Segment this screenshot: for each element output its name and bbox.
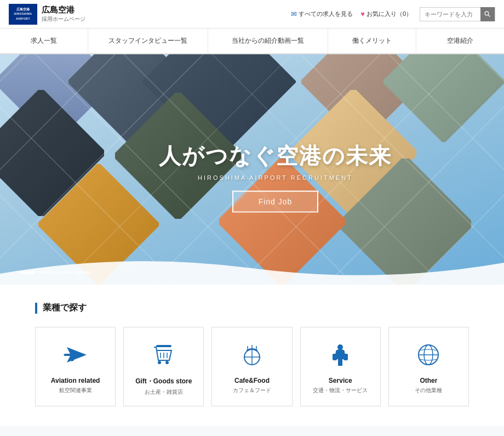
dot-3[interactable] <box>57 271 72 274</box>
nav-item-interview[interactable]: スタッフインタビュー一覧 <box>88 29 208 53</box>
svg-point-0 <box>485 12 489 15</box>
hero-subtitle: HIROSHIMA AIRPORT RECRUITMENT <box>159 174 392 181</box>
nav-item-airport[interactable]: 空港紹介 <box>416 29 504 53</box>
heart-icon: ♥ <box>360 10 365 18</box>
industry-card-gift[interactable]: Gift・Goods store お土産・雑貨店 <box>123 327 204 406</box>
logo-icon: 広島空港HIROSHIMA AIRPORT <box>9 4 37 25</box>
industry-section: 業種で探す Aviation related 航空関連事業 <box>0 285 504 426</box>
cafe-icon <box>238 341 266 369</box>
service-person-icon <box>327 342 353 368</box>
svg-point-4 <box>158 361 161 364</box>
svg-line-1 <box>488 15 490 16</box>
svg-rect-2 <box>156 345 171 347</box>
header-right: ✉ すべての求人を見る ♥ お気に入り（0） <box>291 7 495 21</box>
cafe-name-jp: カフェ＆フード <box>219 387 285 394</box>
search-button[interactable] <box>480 7 495 21</box>
nav-item-jobs[interactable]: 求人一覧 <box>0 29 88 53</box>
industry-cards-grid: Aviation related 航空関連事業 Gift・Goods store… <box>35 327 469 406</box>
industry-section-title-wrap: 業種で探す <box>35 302 469 314</box>
industry-card-other[interactable]: Other その他業種 <box>388 327 469 406</box>
svg-rect-17 <box>343 354 348 360</box>
industry-card-aviation[interactable]: Aviation related 航空関連事業 <box>35 327 116 406</box>
email-icon: ✉ <box>291 10 297 18</box>
industry-card-cafe[interactable]: Cafe&Food カフェ＆フード <box>211 327 292 406</box>
hero-text-block: 人がつなぐ空港の未来 HIROSHIMA AIRPORT RECRUITMENT… <box>159 141 392 213</box>
other-icon <box>414 341 443 369</box>
logo-title: 広島空港 <box>42 5 85 15</box>
hero-wave <box>0 252 504 285</box>
favorites-link[interactable]: ♥ お気に入り（0） <box>360 10 412 18</box>
gift-name-jp: お土産・雑貨店 <box>130 388 197 396</box>
industry-card-service[interactable]: Service 交通・物流・サービス <box>300 327 381 406</box>
food-icon <box>239 342 265 368</box>
service-name-jp: 交通・物流・サービス <box>307 387 374 394</box>
section-title-bar <box>35 303 37 314</box>
search-box <box>420 7 495 21</box>
dot-2[interactable] <box>38 271 54 274</box>
dot-4[interactable] <box>76 271 91 274</box>
find-job-section: Find Job 求人検索 <box>0 426 504 436</box>
cafe-name-en: Cafe&Food <box>219 377 285 384</box>
plane-icon <box>62 342 89 368</box>
logo-subtitle: 採用ホームページ <box>42 15 85 23</box>
header: 広島空港HIROSHIMA AIRPORT 広島空港 採用ホームページ ✉ すべ… <box>0 0 504 29</box>
logo-text-group: 広島空港 採用ホームページ <box>42 5 85 23</box>
nav-item-video[interactable]: 当社からの紹介動画一覧 <box>208 29 328 53</box>
diamond-5 <box>382 54 504 144</box>
other-name-en: Other <box>396 377 462 384</box>
svg-point-15 <box>337 344 343 350</box>
all-jobs-link[interactable]: ✉ すべての求人を見る <box>291 10 353 18</box>
svg-point-5 <box>165 361 169 364</box>
service-name-en: Service <box>307 377 374 384</box>
nav-item-merit[interactable]: 働くメリット <box>328 29 416 53</box>
search-input[interactable] <box>420 8 480 21</box>
service-icon <box>326 341 354 369</box>
hero-find-job-button[interactable]: Find Job <box>232 191 319 213</box>
globe-icon <box>415 342 442 368</box>
main-nav: 求人一覧 スタッフインタビュー一覧 当社からの紹介動画一覧 働くメリット 空港紹… <box>0 29 504 54</box>
hero-button-wrap: Find Job <box>159 191 392 213</box>
aviation-name-en: Aviation related <box>42 377 108 384</box>
gift-icon <box>150 341 178 369</box>
dot-1[interactable] <box>20 271 35 274</box>
cart-icon <box>151 342 177 368</box>
aviation-name-jp: 航空関連事業 <box>42 387 108 394</box>
hero-section: 人がつなぐ空港の未来 HIROSHIMA AIRPORT RECRUITMENT… <box>0 54 504 285</box>
industry-section-title: 業種で探す <box>43 302 87 314</box>
aviation-icon <box>61 341 90 369</box>
wave-svg <box>0 252 504 285</box>
logo-area: 広島空港HIROSHIMA AIRPORT 広島空港 採用ホームページ <box>9 4 85 25</box>
carousel-dots <box>20 271 91 274</box>
logo-icon-text: 広島空港HIROSHIMA AIRPORT <box>10 7 36 21</box>
hero-catchcopy: 人がつなぐ空港の未来 <box>159 141 392 171</box>
gift-name-en: Gift・Goods store <box>130 377 197 386</box>
svg-rect-16 <box>333 354 337 360</box>
search-icon <box>484 11 491 18</box>
other-name-jp: その他業種 <box>396 387 462 394</box>
